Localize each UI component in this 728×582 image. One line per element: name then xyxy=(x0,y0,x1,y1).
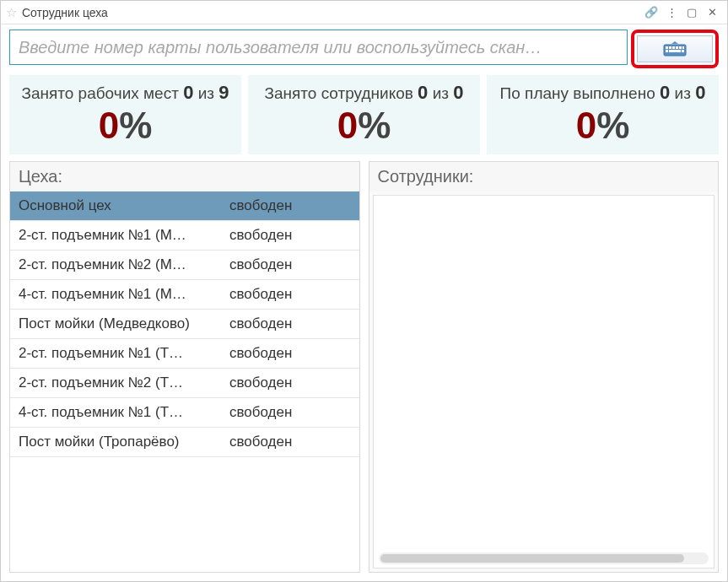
stat-employees: Занято сотрудников 0 из 0 0% xyxy=(248,75,480,154)
workshops-panel: Цеха: Основной цех свободен 2-ст. подъем… xyxy=(9,161,360,573)
link-icon[interactable]: 🔗 xyxy=(641,3,661,22)
employees-header: Сотрудники: xyxy=(369,162,719,191)
stat-current: 0 xyxy=(183,82,193,103)
cell-name: 4-ст. подъемник №1 (Т… xyxy=(10,398,221,427)
more-icon[interactable]: ⋮ xyxy=(661,3,682,22)
stat-percent: 0% xyxy=(492,105,714,146)
cell-name: Пост мойки (Тропарёво) xyxy=(10,428,221,456)
cell-status: свободен xyxy=(221,251,359,279)
svg-rect-8 xyxy=(669,50,681,52)
stat-title: По плану выполнено 0 из 0 xyxy=(492,82,714,104)
window-title: Сотрудник цеха xyxy=(22,6,108,19)
workshops-grid[interactable]: Основной цех свободен 2-ст. подъемник №1… xyxy=(10,191,359,572)
cell-name: 2-ст. подъемник №2 (Т… xyxy=(10,369,221,397)
cell-name: Пост мойки (Медведково) xyxy=(10,310,221,338)
cell-status: свободен xyxy=(221,339,359,368)
stat-sep: из xyxy=(670,84,695,102)
table-row[interactable]: 4-ст. подъемник №1 (М…свободен xyxy=(10,280,359,310)
window: ☆ Сотрудник цеха 🔗 ⋮ ▢ ✕ xyxy=(0,0,728,582)
stat-total: 0 xyxy=(453,82,463,103)
table-row[interactable]: 2-ст. подъемник №1 (Т…свободен xyxy=(10,339,359,369)
svg-rect-1 xyxy=(666,46,668,49)
table-row[interactable]: Пост мойки (Тропарёво)свободен xyxy=(10,428,359,457)
col-name: Основной цех xyxy=(10,191,221,220)
cell-status: свободен xyxy=(221,280,359,309)
workshops-grid-header[interactable]: Основной цех свободен xyxy=(10,191,359,221)
table-row[interactable]: 4-ст. подъемник №1 (Т…свободен xyxy=(10,398,359,428)
stat-percent-value: 0 xyxy=(99,105,119,146)
search-row xyxy=(9,30,719,68)
svg-rect-3 xyxy=(672,46,675,49)
cell-status: свободен xyxy=(221,221,359,250)
table-row[interactable]: 2-ст. подъемник №1 (М…свободен xyxy=(10,221,359,251)
keyboard-icon xyxy=(663,41,687,57)
content-area: Занято рабочих мест 0 из 9 0% Занято сот… xyxy=(1,24,727,581)
stat-total: 0 xyxy=(695,82,705,103)
horizontal-scrollbar[interactable] xyxy=(379,552,709,564)
svg-rect-7 xyxy=(666,50,668,52)
cell-status: свободен xyxy=(221,310,359,338)
keyboard-button-highlight xyxy=(631,30,719,68)
stat-plan: По плану выполнено 0 из 0 0% xyxy=(487,75,719,154)
stat-total: 9 xyxy=(218,82,229,103)
stats-row: Занято рабочих мест 0 из 9 0% Занято сот… xyxy=(9,75,719,154)
titlebar: ☆ Сотрудник цеха 🔗 ⋮ ▢ ✕ xyxy=(1,1,727,24)
cell-status: свободен xyxy=(221,398,359,427)
svg-rect-6 xyxy=(682,46,684,49)
svg-rect-2 xyxy=(669,46,671,49)
stat-title: Занято сотрудников 0 из 0 xyxy=(253,82,475,104)
table-row[interactable]: 2-ст. подъемник №2 (М…свободен xyxy=(10,251,359,280)
cell-name: 2-ст. подъемник №1 (М… xyxy=(10,221,221,250)
stat-percent: 0% xyxy=(14,105,236,146)
employees-list[interactable] xyxy=(373,195,715,569)
col-status: свободен xyxy=(221,191,359,220)
stat-label: По плану выполнено xyxy=(500,84,660,102)
maximize-icon[interactable]: ▢ xyxy=(682,3,702,22)
card-number-input[interactable] xyxy=(9,30,628,65)
percent-sign: % xyxy=(358,105,391,146)
percent-sign: % xyxy=(119,105,152,146)
percent-sign: % xyxy=(596,105,629,146)
cell-name: 2-ст. подъемник №2 (М… xyxy=(10,251,221,279)
virtual-keyboard-button[interactable] xyxy=(637,35,713,62)
stat-title: Занято рабочих мест 0 из 9 xyxy=(14,82,236,104)
stat-sep: из xyxy=(193,84,218,102)
stat-current: 0 xyxy=(660,82,670,103)
stat-percent-value: 0 xyxy=(337,105,358,146)
cell-name: 2-ст. подъемник №1 (Т… xyxy=(10,339,221,368)
stat-workplaces: Занято рабочих мест 0 из 9 0% xyxy=(9,75,241,154)
svg-rect-9 xyxy=(682,50,684,52)
svg-rect-4 xyxy=(676,46,678,49)
stat-percent: 0% xyxy=(253,105,475,146)
close-icon[interactable]: ✕ xyxy=(702,3,722,22)
cell-name: 4-ст. подъемник №1 (М… xyxy=(10,280,221,309)
stat-percent-value: 0 xyxy=(576,105,596,146)
favorite-star-icon[interactable]: ☆ xyxy=(6,5,17,20)
cell-status: свободен xyxy=(221,369,359,397)
scrollbar-thumb[interactable] xyxy=(380,554,684,563)
table-row[interactable]: Пост мойки (Медведково)свободен xyxy=(10,310,359,339)
stat-label: Занято рабочих мест xyxy=(21,84,183,102)
stat-current: 0 xyxy=(418,82,428,103)
table-row[interactable]: 2-ст. подъемник №2 (Т…свободен xyxy=(10,369,359,398)
svg-rect-5 xyxy=(679,46,682,49)
stat-label: Занято сотрудников xyxy=(265,84,418,102)
cell-status: свободен xyxy=(221,428,359,456)
employees-panel: Сотрудники: xyxy=(369,161,720,573)
columns: Цеха: Основной цех свободен 2-ст. подъем… xyxy=(9,161,719,573)
stat-sep: из xyxy=(428,84,453,102)
workshops-header: Цеха: xyxy=(10,162,359,191)
